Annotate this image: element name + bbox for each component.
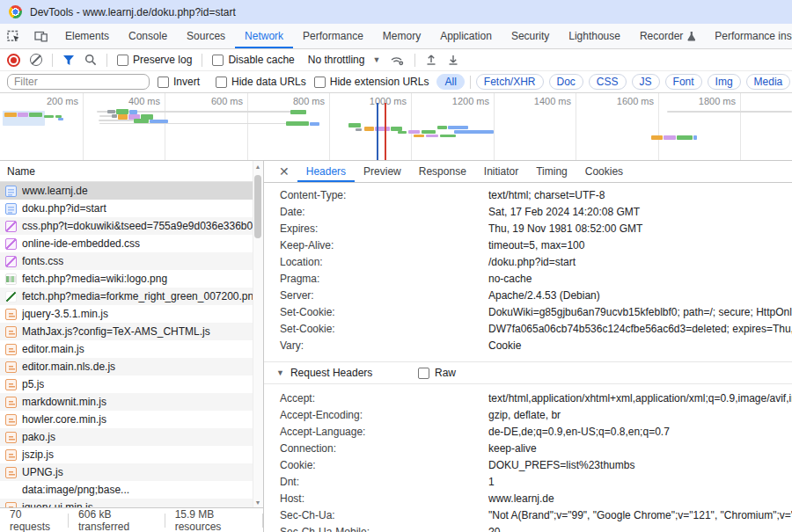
hide-data-urls-toggle[interactable]: Hide data URLs bbox=[216, 76, 306, 88]
request-row[interactable]: markdownit.min.js bbox=[0, 393, 253, 411]
timeline-tick-label: 1400 ms bbox=[510, 96, 571, 106]
request-row[interactable]: fetch.php?media=forkme_right_green_00720… bbox=[0, 288, 253, 305]
details-tab-headers[interactable]: Headers bbox=[297, 161, 355, 182]
raw-headers-toggle[interactable]: Raw bbox=[418, 367, 456, 379]
disable-cache-checkbox[interactable] bbox=[212, 55, 224, 66]
request-row[interactable]: howler.core.min.js bbox=[0, 411, 253, 428]
tab-network[interactable]: Network bbox=[235, 24, 293, 48]
header-value: no-cache bbox=[488, 273, 792, 285]
details-tab-preview[interactable]: Preview bbox=[355, 161, 410, 182]
request-row[interactable]: doku.php?id=start bbox=[0, 200, 253, 217]
devtools-window: DevTools - www.learnj.de/doku.php?id=sta… bbox=[0, 0, 792, 532]
device-toolbar-icon[interactable] bbox=[27, 24, 55, 48]
filter-chip-media[interactable]: Media bbox=[746, 74, 791, 90]
waterfall-bar bbox=[44, 115, 54, 118]
request-row[interactable]: jquery-3.5.1.min.js bbox=[0, 305, 253, 323]
close-details-icon[interactable]: ✕ bbox=[271, 161, 297, 182]
header-name: Date: bbox=[280, 206, 488, 218]
name-column-header[interactable]: Name bbox=[0, 161, 263, 182]
header-name: Accept-Encoding: bbox=[280, 409, 488, 421]
clear-network-log-button[interactable] bbox=[30, 54, 42, 66]
hide-extension-urls-toggle[interactable]: Hide extension URLs bbox=[314, 76, 429, 88]
waterfall-bar bbox=[290, 110, 306, 114]
waterfall-bar bbox=[440, 135, 456, 137]
filter-chip-fetch-xhr[interactable]: Fetch/XHR bbox=[476, 74, 544, 90]
scroll-up-icon[interactable]: ▲ bbox=[253, 164, 262, 170]
invert-checkbox[interactable] bbox=[158, 77, 169, 88]
header-value: /doku.php?id=start bbox=[488, 256, 792, 268]
tab-lighthouse[interactable]: Lighthouse bbox=[559, 24, 630, 48]
header-name: Sec-Ch-Ua-Mobile: bbox=[280, 526, 488, 532]
header-name: Keep-Alive: bbox=[280, 239, 488, 251]
filter-chip-doc[interactable]: Doc bbox=[549, 74, 583, 90]
raw-checkbox[interactable] bbox=[418, 368, 429, 379]
header-row: Connection:keep-alive bbox=[264, 440, 792, 456]
tab-performance-insights[interactable]: Performance insights bbox=[705, 24, 792, 48]
inspect-element-icon[interactable] bbox=[0, 24, 27, 48]
details-tab-response[interactable]: Response bbox=[410, 161, 475, 182]
details-tab-initiator[interactable]: Initiator bbox=[475, 161, 527, 182]
preserve-log-checkbox[interactable] bbox=[117, 55, 128, 66]
request-list-scrollbar[interactable]: ▲ ▼ bbox=[253, 161, 263, 508]
filter-chip-js[interactable]: JS bbox=[632, 74, 660, 90]
request-row[interactable]: css.php?t=dokuwiki&tseed=755a9e9d036e336… bbox=[0, 217, 253, 235]
tab-performance[interactable]: Performance bbox=[293, 24, 373, 48]
details-tabbar: ✕ HeadersPreviewResponseInitiatorTimingC… bbox=[264, 161, 792, 183]
scrollbar-thumb[interactable] bbox=[254, 175, 261, 238]
preserve-log-toggle[interactable]: Preserve log bbox=[117, 54, 192, 66]
waterfall-bar bbox=[18, 113, 28, 117]
request-row[interactable]: p5.js bbox=[0, 375, 253, 393]
disable-cache-toggle[interactable]: Disable cache bbox=[212, 54, 294, 66]
tab-application[interactable]: Application bbox=[430, 24, 502, 48]
header-name: Dnt: bbox=[280, 476, 488, 488]
details-tab-timing[interactable]: Timing bbox=[527, 161, 576, 182]
header-value: ?0 bbox=[488, 526, 792, 532]
record-network-log-button[interactable] bbox=[7, 54, 20, 67]
request-row[interactable]: editor.main.js bbox=[0, 340, 253, 358]
filter-chip-all[interactable]: All bbox=[436, 74, 464, 90]
filter-chip-img[interactable]: Img bbox=[708, 74, 741, 90]
tab-security[interactable]: Security bbox=[502, 24, 559, 48]
waterfall-bar bbox=[422, 130, 436, 134]
header-name: Location: bbox=[280, 256, 488, 268]
invert-filter-toggle[interactable]: Invert bbox=[158, 76, 200, 88]
header-row: Accept-Language:de-DE,de;q=0.9,en-US;q=0… bbox=[264, 423, 792, 440]
filter-chip-css[interactable]: CSS bbox=[589, 74, 627, 90]
request-name: fonts.css bbox=[22, 255, 63, 267]
timeline-gridline bbox=[658, 93, 659, 160]
js-file-icon bbox=[5, 326, 17, 338]
header-name: Pragma: bbox=[280, 273, 488, 285]
request-row[interactable]: online-ide-embedded.css bbox=[0, 235, 253, 252]
throttling-select[interactable]: No throttling ▼ bbox=[308, 54, 381, 66]
export-har-icon[interactable] bbox=[447, 54, 459, 66]
request-row[interactable]: UPNG.js bbox=[0, 463, 253, 481]
window-title: DevTools - www.learnj.de/doku.php?id=sta… bbox=[30, 6, 236, 18]
filter-input[interactable] bbox=[7, 74, 150, 90]
request-row[interactable]: data:image/png;base... bbox=[0, 481, 253, 499]
network-overview-timeline[interactable]: 200 ms400 ms600 ms800 ms1000 ms1200 ms14… bbox=[0, 93, 792, 161]
header-name: Accept-Language: bbox=[280, 426, 488, 438]
request-row[interactable]: www.learnj.de bbox=[0, 182, 253, 200]
request-row[interactable]: fonts.css bbox=[0, 252, 253, 270]
scroll-down-icon[interactable]: ▼ bbox=[253, 499, 262, 506]
search-icon[interactable] bbox=[84, 54, 97, 66]
tab-memory[interactable]: Memory bbox=[373, 24, 430, 48]
request-row[interactable]: fetch.php?media=wiki:logo.png bbox=[0, 270, 253, 288]
hide-data-urls-checkbox[interactable] bbox=[216, 77, 227, 88]
tab-elements[interactable]: Elements bbox=[55, 24, 119, 48]
import-har-icon[interactable] bbox=[425, 54, 437, 66]
request-row[interactable]: jszip.js bbox=[0, 446, 253, 463]
hide-extension-urls-checkbox[interactable] bbox=[314, 77, 326, 88]
network-conditions-icon[interactable] bbox=[390, 54, 405, 66]
filter-chip-font[interactable]: Font bbox=[665, 74, 702, 90]
request-headers-section[interactable]: ▼ Request Headers Raw bbox=[264, 361, 792, 384]
request-row[interactable]: editor.main.nls.de.js bbox=[0, 358, 253, 375]
tab-sources[interactable]: Sources bbox=[177, 24, 235, 48]
details-tab-cookies[interactable]: Cookies bbox=[576, 161, 632, 182]
request-row[interactable]: pako.js bbox=[0, 428, 253, 446]
waterfall-bar bbox=[29, 113, 42, 117]
request-row[interactable]: MathJax.js?config=TeX-AMS_CHTML.js bbox=[0, 323, 253, 340]
tab-recorder[interactable]: Recorder bbox=[630, 24, 705, 48]
filter-toggle-icon[interactable] bbox=[62, 55, 75, 66]
tab-console[interactable]: Console bbox=[119, 24, 177, 48]
